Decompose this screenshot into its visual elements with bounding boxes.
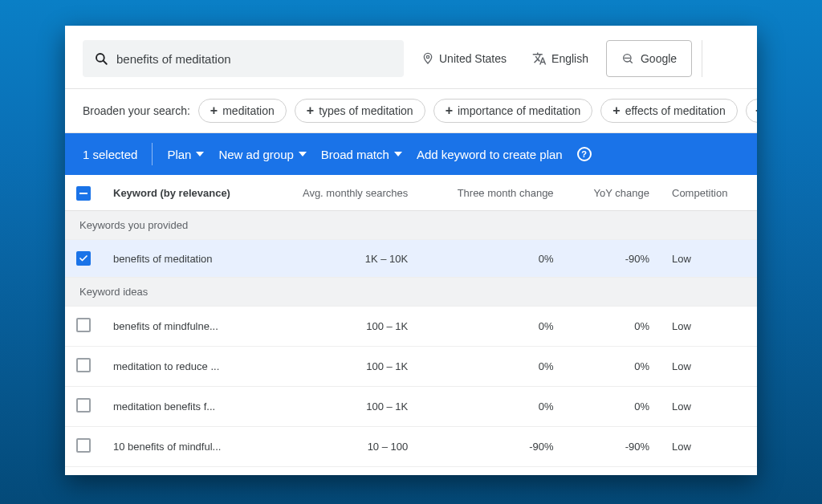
add-to-plan-label: Add keyword to create plan <box>417 148 563 161</box>
topbar: United States English Google <box>65 26 757 89</box>
cell-yoy: 0% <box>565 347 661 387</box>
location-icon <box>421 52 434 65</box>
plan-dropdown[interactable]: Plan <box>167 148 204 161</box>
broaden-chip-1[interactable]: +types of meditation <box>295 99 425 123</box>
column-keyword[interactable]: Keyword (by relevance) <box>102 175 262 211</box>
column-avg-searches[interactable]: Avg. monthly searches <box>262 175 419 211</box>
cell-three-month: 0% <box>419 387 564 427</box>
column-yoy[interactable]: YoY change <box>565 175 661 211</box>
chip-label: meditation <box>222 104 275 117</box>
table-row[interactable]: meditation benefits f... 100 – 1K 0% 0% … <box>65 387 757 427</box>
network-icon <box>621 52 634 65</box>
column-competition[interactable]: Competition <box>661 175 757 211</box>
broaden-label: Broaden your search: <box>83 104 190 117</box>
match-type-dropdown[interactable]: Broad match <box>321 148 402 161</box>
translate-icon <box>532 51 547 66</box>
cell-competition: Low <box>661 387 757 427</box>
help-icon[interactable]: ? <box>577 147 592 161</box>
table-row[interactable]: benefits of mindfulne... 100 – 1K 0% 0% … <box>65 307 757 347</box>
cell-keyword: benefits of mindfulne... <box>102 307 262 347</box>
cell-yoy: 0% <box>565 307 661 347</box>
chip-label: importance of meditation <box>458 104 580 117</box>
select-all-checkbox[interactable] <box>76 186 91 201</box>
cell-avg: 100 – 1K <box>262 387 419 427</box>
keyword-table: Keyword (by relevance) Avg. monthly sear… <box>65 175 757 467</box>
location-filter[interactable]: United States <box>413 52 515 65</box>
cell-three-month: 0% <box>419 307 564 347</box>
cell-competition: Low <box>661 347 757 387</box>
selected-count: 1 selected <box>83 148 137 161</box>
language-filter[interactable]: English <box>524 51 596 66</box>
cell-competition: Low <box>661 427 757 467</box>
selection-action-bar: 1 selected Plan New ad group Broad match… <box>65 133 757 175</box>
broaden-chip-2[interactable]: +importance of meditation <box>433 99 593 123</box>
keyword-planner-card: United States English Google Broaden you… <box>65 26 757 475</box>
plus-icon: + <box>755 104 757 117</box>
chip-label: effects of meditation <box>625 104 726 117</box>
cell-keyword: 10 benefits of mindful... <box>102 427 262 467</box>
table-row[interactable]: benefits of meditation 1K – 10K 0% -90% … <box>65 240 757 278</box>
row-checkbox[interactable] <box>76 398 91 413</box>
topbar-divider <box>702 40 702 77</box>
row-checkbox[interactable] <box>76 438 91 453</box>
row-checkbox[interactable] <box>76 251 91 266</box>
network-filter[interactable]: Google <box>606 40 692 77</box>
table-row[interactable]: meditation to reduce ... 100 – 1K 0% 0% … <box>65 347 757 387</box>
ad-group-dropdown[interactable]: New ad group <box>218 148 306 161</box>
plus-icon: + <box>307 104 314 117</box>
search-input[interactable] <box>116 52 393 66</box>
ad-group-label: New ad group <box>218 148 293 161</box>
plus-icon: + <box>446 104 453 117</box>
row-checkbox[interactable] <box>76 358 91 372</box>
cell-keyword: benefits of meditation <box>102 240 262 278</box>
search-icon <box>94 51 108 66</box>
plan-label: Plan <box>167 148 191 161</box>
svg-line-4 <box>630 61 633 63</box>
cell-avg: 100 – 1K <box>262 347 419 387</box>
broaden-chip-0[interactable]: +meditation <box>198 99 287 123</box>
cell-keyword: meditation to reduce ... <box>102 347 262 387</box>
cell-yoy: -90% <box>565 427 661 467</box>
cell-avg: 10 – 100 <box>262 427 419 467</box>
match-label: Broad match <box>321 148 389 161</box>
row-checkbox[interactable] <box>76 318 91 332</box>
cell-yoy: -90% <box>565 240 661 278</box>
section-provided: Keywords you provided <box>65 211 757 240</box>
cell-competition: Low <box>661 240 757 278</box>
network-label: Google <box>641 52 677 65</box>
caret-down-icon <box>299 152 307 156</box>
cell-three-month: 0% <box>419 240 564 278</box>
cell-avg: 1K – 10K <box>262 240 419 278</box>
header-checkbox-cell <box>65 175 102 211</box>
cell-three-month: -90% <box>419 427 564 467</box>
plus-icon: + <box>210 104 218 117</box>
svg-point-2 <box>426 55 429 58</box>
caret-down-icon <box>196 152 204 156</box>
plus-icon: + <box>612 104 620 117</box>
bluebar-divider <box>152 143 153 165</box>
broaden-row: Broaden your search: +meditation +types … <box>65 89 757 133</box>
column-three-month[interactable]: Three month change <box>419 175 564 211</box>
add-to-plan-button[interactable]: Add keyword to create plan <box>417 148 563 161</box>
search-box[interactable] <box>83 40 404 77</box>
location-label: United States <box>439 52 507 65</box>
svg-line-1 <box>103 60 106 63</box>
language-label: English <box>551 52 588 65</box>
cell-three-month: 0% <box>419 347 564 387</box>
cell-keyword: meditation benefits f... <box>102 387 262 427</box>
caret-down-icon <box>394 152 402 156</box>
table-row[interactable]: 10 benefits of mindful... 10 – 100 -90% … <box>65 427 757 467</box>
cell-yoy: 0% <box>565 387 661 427</box>
broaden-chip-more[interactable]: + <box>746 99 757 123</box>
chip-label: types of meditation <box>319 104 413 117</box>
cell-competition: Low <box>661 307 757 347</box>
section-ideas: Keyword ideas <box>65 278 757 307</box>
cell-avg: 100 – 1K <box>262 307 419 347</box>
broaden-chip-3[interactable]: +effects of meditation <box>600 99 737 123</box>
